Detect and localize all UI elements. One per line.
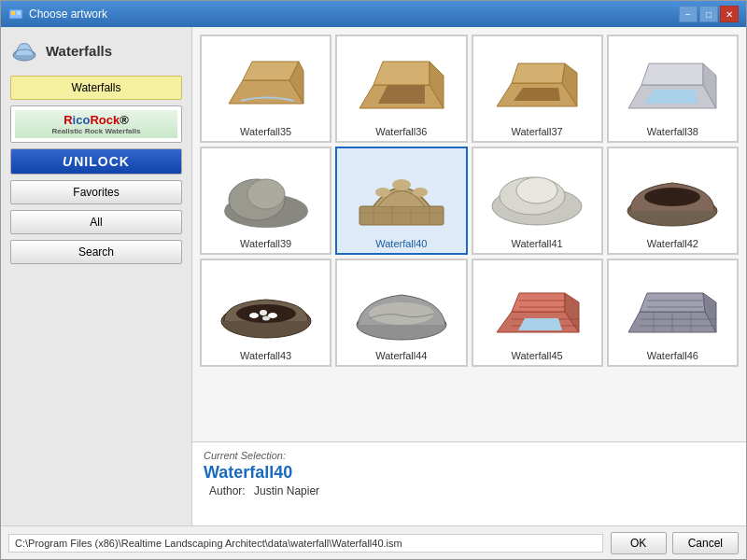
svg-marker-52	[518, 318, 562, 330]
grid-item-label-wf43: Waterfall43	[240, 350, 291, 361]
grid-item-wf38[interactable]: Waterfall38	[607, 35, 739, 143]
grid-item-image-wf35	[210, 40, 322, 124]
grid-item-image-wf45	[481, 264, 593, 348]
grid-item-image-wf36	[345, 40, 458, 124]
artwork-grid: Waterfall35	[200, 35, 739, 367]
grid-item-image-wf42	[616, 152, 728, 236]
grid-item-image-wf37	[481, 40, 593, 124]
sidebar-title: Waterfalls	[46, 43, 112, 59]
grid-area[interactable]: Waterfall35	[192, 27, 746, 441]
sidebar-btn-all[interactable]: All	[10, 210, 182, 234]
sidebar-btn-favorites[interactable]: Favorites	[10, 180, 182, 204]
svg-point-22	[247, 179, 285, 209]
content-area: Waterfalls Waterfalls RicoRock® Realisti…	[1, 27, 746, 525]
grid-item-image-wf44	[345, 264, 458, 348]
svg-point-36	[644, 188, 700, 206]
grid-item-wf45[interactable]: Waterfall45	[472, 259, 603, 367]
grid-item-label-wf46: Waterfall46	[647, 350, 698, 361]
info-author-name: Justin Napier	[254, 484, 319, 497]
footer-buttons: OK Cancel	[611, 532, 739, 554]
grid-item-wf46[interactable]: Waterfall46	[607, 259, 739, 367]
sidebar: Waterfalls Waterfalls RicoRock® Realisti…	[1, 27, 192, 525]
window-title: Choose artwork	[29, 7, 107, 21]
grid-item-image-wf38	[616, 40, 728, 124]
svg-marker-9	[374, 62, 430, 85]
grid-item-wf40[interactable]: Waterfall40	[335, 147, 467, 255]
title-bar: Choose artwork − □ ✕	[1, 1, 746, 27]
grid-item-label-wf40: Waterfall40	[375, 238, 427, 249]
grid-item-label-wf36: Waterfall36	[375, 126, 427, 137]
footer: C:\Program Files (x86)\Realtime Landscap…	[1, 525, 746, 559]
grid-item-image-wf41	[481, 152, 593, 236]
grid-item-wf37[interactable]: Waterfall37	[472, 35, 603, 143]
title-bar-left: Choose artwork	[8, 7, 107, 21]
info-author: Author: Justin Napier	[204, 484, 735, 497]
info-selection-name: Waterfall40	[204, 463, 735, 483]
cancel-button[interactable]: Cancel	[672, 532, 739, 554]
grid-item-label-wf44: Waterfall44	[375, 350, 427, 361]
svg-rect-2	[17, 11, 21, 15]
svg-marker-13	[512, 63, 565, 83]
close-button[interactable]: ✕	[720, 6, 739, 22]
svg-marker-46	[512, 293, 565, 312]
window-icon	[8, 7, 23, 21]
grid-item-wf36[interactable]: Waterfall36	[335, 35, 467, 143]
main-window: Choose artwork − □ ✕ Waterfalls Waterfal…	[0, 0, 747, 560]
ok-button[interactable]: OK	[611, 532, 667, 554]
svg-rect-1	[11, 11, 15, 15]
grid-item-wf42[interactable]: Waterfall42	[607, 147, 739, 255]
grid-item-wf41[interactable]: Waterfall41	[472, 147, 603, 255]
svg-point-29	[375, 188, 390, 197]
sidebar-icon	[10, 36, 38, 64]
info-current-label: Current Selection:	[204, 450, 735, 461]
grid-item-label-wf37: Waterfall37	[512, 126, 563, 137]
grid-item-wf35[interactable]: Waterfall35	[200, 35, 331, 143]
sidebar-btn-ricorock[interactable]: RicoRock® Realistic Rock Waterfalls	[10, 105, 182, 143]
sidebar-header: Waterfalls	[10, 36, 182, 64]
grid-item-image-wf40	[345, 152, 458, 236]
grid-item-label-wf39: Waterfall39	[240, 238, 291, 249]
maximize-button[interactable]: □	[699, 6, 718, 22]
grid-item-wf39[interactable]: Waterfall39	[200, 147, 331, 255]
grid-item-image-wf43	[210, 264, 322, 348]
info-panel: Current Selection: Waterfall40 Author: J…	[192, 441, 746, 525]
svg-point-31	[413, 188, 428, 197]
sidebar-btn-search[interactable]: Search	[10, 240, 182, 264]
svg-point-30	[392, 179, 411, 190]
info-author-label: Author:	[209, 484, 246, 497]
grid-item-wf44[interactable]: Waterfall44	[335, 259, 467, 367]
sidebar-btn-unilock[interactable]: UNILOCK	[10, 148, 182, 175]
grid-item-label-wf42: Waterfall42	[647, 238, 698, 249]
grid-item-label-wf41: Waterfall41	[512, 238, 563, 249]
grid-item-image-wf39	[210, 152, 322, 236]
title-buttons: − □ ✕	[679, 6, 739, 22]
svg-marker-54	[640, 293, 705, 312]
main-panel: Waterfall35	[192, 27, 746, 525]
svg-marker-19	[644, 90, 698, 104]
sidebar-btn-waterfalls[interactable]: Waterfalls	[10, 76, 182, 100]
svg-point-39	[249, 313, 259, 318]
footer-path: C:\Program Files (x86)\Realtime Landscap…	[8, 534, 603, 553]
minimize-button[interactable]: −	[679, 6, 698, 22]
grid-item-wf43[interactable]: Waterfall43	[200, 259, 331, 367]
grid-item-label-wf38: Waterfall38	[647, 126, 698, 137]
svg-marker-17	[641, 63, 703, 85]
svg-point-44	[369, 302, 434, 325]
grid-item-label-wf35: Waterfall35	[240, 126, 291, 137]
svg-rect-23	[359, 206, 444, 225]
grid-item-image-wf46	[616, 264, 728, 348]
svg-point-40	[260, 310, 267, 315]
svg-point-42	[262, 315, 270, 320]
grid-item-label-wf45: Waterfall45	[512, 350, 563, 361]
svg-point-34	[516, 177, 557, 203]
